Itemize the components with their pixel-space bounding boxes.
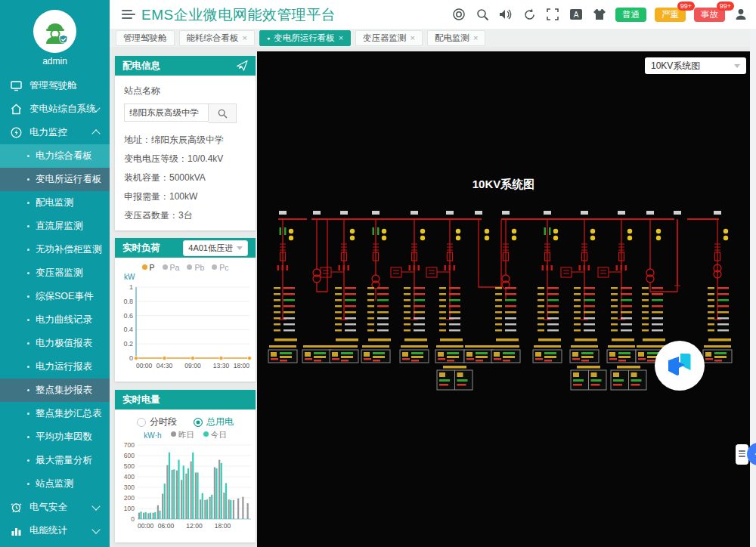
radio-1[interactable]: 总用电 xyxy=(194,416,234,428)
sidebar-item-9[interactable]: 综保SOE事件 xyxy=(0,285,110,308)
sidebar-item-10[interactable]: 电力曲线记录 xyxy=(0,308,110,332)
diagram-select[interactable]: 10KV系统图 xyxy=(645,57,746,74)
svg-text:00:00: 00:00 xyxy=(136,362,153,369)
sidebar-item-19[interactable]: 电能统计 xyxy=(0,519,110,542)
tab-label: 变压器监测 xyxy=(363,31,407,45)
tab-2[interactable]: ●变电所运行看板× xyxy=(259,30,351,46)
translate-icon[interactable]: A xyxy=(569,7,584,22)
home-icon xyxy=(10,104,22,116)
legend-Pb[interactable]: Pb xyxy=(187,263,204,272)
sidebar-item-15[interactable]: 平均功率因数 xyxy=(0,425,110,449)
load-legend: PPaPbPc xyxy=(115,263,256,272)
sidebar-item-label: 电力曲线记录 xyxy=(36,314,92,326)
sidebar-item-14[interactable]: 整点集抄汇总表 xyxy=(0,402,110,425)
sidebar-item-4[interactable]: 变电所运行看板 xyxy=(0,168,110,191)
load-chart: 10.80.60.40.2000:0004:3009:0013:3018:00 xyxy=(115,281,256,375)
bullet-icon xyxy=(27,225,29,227)
sidebar-item-label: 电力极值报表 xyxy=(36,337,92,350)
svg-text:300: 300 xyxy=(124,484,135,491)
sidebar-item-label: 站点监测 xyxy=(36,477,73,490)
menu-toggle-icon[interactable] xyxy=(122,8,135,20)
legend-Pa[interactable]: Pa xyxy=(163,263,180,272)
tab-0[interactable]: 管理驾驶舱 xyxy=(116,30,175,46)
legend-P[interactable]: P xyxy=(142,263,155,272)
tab-4[interactable]: 配电监测× xyxy=(427,30,485,46)
sidebar-item-6[interactable]: 直流屏监测 xyxy=(0,215,110,238)
user-icon[interactable] xyxy=(733,7,748,22)
close-icon[interactable]: × xyxy=(473,31,478,45)
radio-0[interactable]: 分时段 xyxy=(137,416,177,428)
sidebar-item-8[interactable]: 变压器监测 xyxy=(0,261,110,285)
sidebar-item-13[interactable]: 整点集抄报表 xyxy=(0,379,110,402)
sidebar-item-1[interactable]: 变电站综自系统 xyxy=(0,97,110,121)
close-icon[interactable]: × xyxy=(411,31,415,45)
bullet-icon xyxy=(27,249,29,251)
legend-Pc[interactable]: Pc xyxy=(212,263,228,272)
status-badge-normal[interactable]: 普通 xyxy=(615,8,646,22)
close-icon[interactable]: × xyxy=(339,31,343,45)
refresh-icon[interactable] xyxy=(522,7,537,22)
status-badge-severe[interactable]: 严重99+ xyxy=(655,8,686,22)
distribution-info-panel: 配电信息 站点名称 绵阳东辰高级中学 地址：绵阳东辰高级中学变电电压等级：10/… xyxy=(115,56,256,230)
svg-text:A: A xyxy=(574,11,579,19)
energy-chart: 010020030040050060070000:0006:0012:0018:… xyxy=(115,440,256,537)
detail-row-4: 变压器数量：3台 xyxy=(124,206,246,225)
sidebar-item-label: 整点集抄汇总表 xyxy=(36,407,102,420)
chart-icon xyxy=(10,525,22,537)
feeder-select[interactable]: 4A01低压进 xyxy=(183,240,248,256)
svg-text:12:00: 12:00 xyxy=(186,522,203,530)
sidebar-item-0[interactable]: 管理驾驶舱 xyxy=(0,74,110,97)
sidebar-item-11[interactable]: 电力极值报表 xyxy=(0,332,110,355)
sidebar-item-3[interactable]: 电力综合看板 xyxy=(0,144,110,168)
sidebar-item-5[interactable]: 配电监测 xyxy=(0,191,110,215)
volume-icon[interactable] xyxy=(498,7,513,22)
svg-text:0.8: 0.8 xyxy=(123,298,133,305)
panel-title: 配电信息 xyxy=(122,60,160,73)
panel-title: 实时负荷 xyxy=(122,242,160,255)
dashboard-icon xyxy=(10,80,22,92)
worker-avatar-icon xyxy=(40,17,70,47)
station-name-input[interactable]: 绵阳东辰高级中学 xyxy=(124,104,209,122)
search-icon[interactable] xyxy=(475,7,490,22)
chevron-up-icon xyxy=(91,129,100,138)
svg-text:0: 0 xyxy=(131,515,135,523)
close-icon[interactable]: × xyxy=(243,31,247,45)
realtime-load-panel: 实时负荷 4A01低压进 PPaPbPc kW 10.80.60.40.2000… xyxy=(115,238,256,382)
svg-text:04:30: 04:30 xyxy=(156,362,173,369)
paper-plane-icon[interactable] xyxy=(237,60,248,71)
app-window: admin 管理驾驶舱变电站综自系统电力监控电力综合看板变电所运行看板配电监测直… xyxy=(0,0,756,547)
username: admin xyxy=(0,56,110,66)
station-search-button[interactable] xyxy=(209,104,237,123)
status-badge-fault[interactable]: 事故99+ xyxy=(694,8,725,22)
todesk-logo-icon xyxy=(665,351,695,381)
legend-今日[interactable]: 今日 xyxy=(203,430,227,440)
scrollbar-track[interactable] xyxy=(750,29,756,547)
bullet-icon xyxy=(27,272,29,274)
sidebar-item-17[interactable]: 站点监测 xyxy=(0,472,110,496)
theme-icon[interactable] xyxy=(592,7,607,22)
chevron-down-icon xyxy=(734,64,740,68)
single-line-diagram xyxy=(257,51,750,547)
sidebar-item-label: 配电监测 xyxy=(36,196,73,209)
tab-3[interactable]: 变压器监测× xyxy=(355,30,423,46)
search-icon xyxy=(218,109,228,119)
svg-text:100: 100 xyxy=(124,505,135,512)
svg-text:600: 600 xyxy=(124,452,135,459)
legend-昨日[interactable]: 昨日 xyxy=(171,430,194,440)
badge-count: 99+ xyxy=(717,2,734,11)
sidebar-item-12[interactable]: 电力运行报表 xyxy=(0,355,110,379)
tab-1[interactable]: 能耗综合看板× xyxy=(179,30,255,46)
sidebar-item-16[interactable]: 最大需量分析 xyxy=(0,449,110,472)
sidebar-item-label: 电力综合看板 xyxy=(36,150,92,162)
svg-text:06:00: 06:00 xyxy=(158,522,175,530)
svg-text:00:00: 00:00 xyxy=(138,522,154,530)
sidebar-item-7[interactable]: 无功补偿柜监测 xyxy=(0,238,110,261)
bullet-icon xyxy=(27,413,29,415)
avatar[interactable] xyxy=(33,10,76,53)
target-icon[interactable] xyxy=(451,7,466,22)
sidebar-item-2[interactable]: 电力监控 xyxy=(0,121,110,144)
sidebar-item-18[interactable]: 电气安全 xyxy=(0,496,110,519)
svg-text:400: 400 xyxy=(124,473,135,481)
fullscreen-icon[interactable] xyxy=(545,7,560,22)
sidebar-item-label: 平均功率因数 xyxy=(36,431,92,443)
